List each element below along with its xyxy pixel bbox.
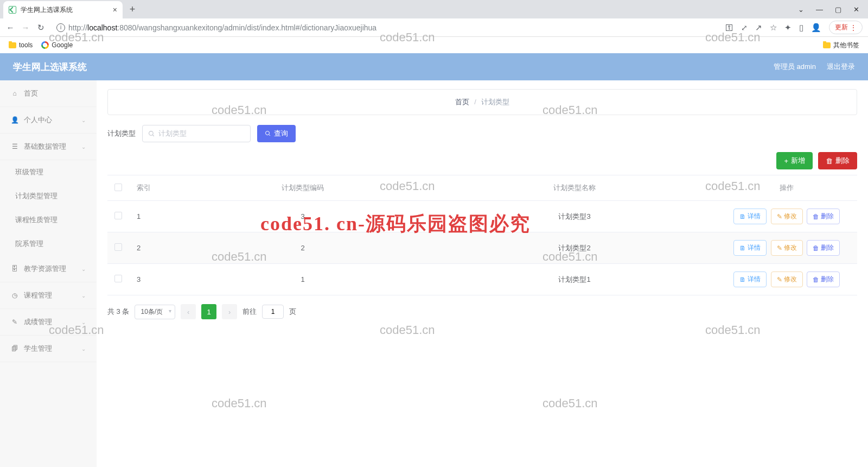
- sidebar-sub-coursetype[interactable]: 课程性质管理: [0, 208, 97, 232]
- filter-placeholder: 计划类型: [158, 129, 187, 138]
- main-content: 首页 / 计划类型 计划类型 计划类型 查询 +新增 🗑删除 索引: [97, 80, 868, 467]
- page-prev[interactable]: ‹: [181, 304, 196, 319]
- browser-chrome: 学生网上选课系统 × + ⌄ — ▢ ✕ ← → ↻ i http://loca…: [0, 0, 868, 53]
- page-size-select[interactable]: 10条/页: [135, 305, 175, 319]
- page-next[interactable]: ›: [222, 304, 237, 319]
- address-bar: ← → ↻ i http://localhost:8080/wangshangx…: [0, 18, 868, 37]
- bookmark-other[interactable]: 其他书签: [823, 41, 859, 50]
- svg-line-1: [152, 135, 154, 136]
- svg-point-2: [266, 131, 270, 135]
- col-index: 索引: [129, 175, 173, 201]
- tab-close-icon[interactable]: ×: [113, 5, 117, 14]
- row-delete-button[interactable]: 🗑删除: [807, 209, 840, 224]
- sidebar-item-basedata[interactable]: ☰基础数据管理⌄: [0, 134, 97, 160]
- cell-code: 2: [173, 232, 433, 264]
- window-dropdown-icon[interactable]: ⌄: [798, 5, 804, 14]
- logout-link[interactable]: 退出登录: [827, 62, 855, 72]
- trash-icon: 🗑: [813, 276, 819, 283]
- search-button[interactable]: 查询: [257, 125, 296, 142]
- page-number[interactable]: 1: [201, 304, 216, 319]
- bookmark-google[interactable]: Google: [41, 41, 73, 49]
- nav-reload-icon[interactable]: ↻: [36, 23, 46, 33]
- search-icon: [265, 130, 271, 137]
- window-maximize-icon[interactable]: ▢: [835, 5, 841, 14]
- window-close-icon[interactable]: ✕: [853, 5, 859, 14]
- cell-code: 3: [173, 201, 433, 232]
- row-checkbox[interactable]: [114, 275, 122, 282]
- chevron-down-icon: ⌄: [81, 117, 86, 123]
- browser-tab[interactable]: 学生网上选课系统 ×: [3, 1, 123, 18]
- new-tab-button[interactable]: +: [125, 2, 140, 17]
- row-edit-button[interactable]: ✎修改: [771, 240, 803, 256]
- row-delete-button[interactable]: 🗑删除: [807, 272, 840, 287]
- cell-ops: 🗎详情 ✎修改 🗑删除: [716, 232, 857, 264]
- trash-icon: 🗑: [813, 213, 819, 220]
- row-detail-button[interactable]: 🗎详情: [733, 272, 767, 287]
- current-user[interactable]: 管理员 admin: [774, 62, 816, 72]
- select-all-checkbox[interactable]: [114, 184, 122, 191]
- breadcrumb: 首页 / 计划类型: [107, 89, 857, 115]
- doc-icon: 🗎: [739, 244, 746, 252]
- doc-icon: 🗎: [739, 213, 746, 220]
- sidebar-item-grade[interactable]: ✎成绩管理⌄: [0, 309, 97, 336]
- row-edit-button[interactable]: ✎修改: [771, 272, 803, 287]
- row-detail-button[interactable]: 🗎详情: [733, 209, 767, 224]
- breadcrumb-home[interactable]: 首页: [455, 98, 469, 106]
- breadcrumb-current: 计划类型: [481, 98, 509, 106]
- nav-back-icon[interactable]: ←: [5, 23, 15, 32]
- url-text: http://localhost:8080/wangshangxuankexit…: [68, 23, 376, 32]
- svg-point-0: [149, 131, 154, 135]
- folder-icon: [823, 42, 831, 48]
- app-header: 学生网上选课系统 管理员 admin 退出登录: [0, 53, 868, 80]
- home-icon: ⌂: [11, 90, 18, 97]
- extensions-icon[interactable]: ✦: [784, 23, 792, 33]
- edit-icon: ✎: [777, 276, 782, 283]
- sidebar-sub-plantype[interactable]: 计划类型管理: [0, 184, 97, 208]
- sidebar-sub-department[interactable]: 院系管理: [0, 232, 97, 256]
- row-edit-button[interactable]: ✎修改: [771, 209, 803, 224]
- site-info-icon[interactable]: i: [56, 23, 65, 32]
- doc-icon: 🗎: [739, 276, 746, 283]
- bookmark-tools[interactable]: tools: [9, 41, 33, 49]
- row-checkbox[interactable]: [114, 212, 122, 219]
- briefcase-icon: 🗄: [11, 265, 18, 273]
- delete-button[interactable]: 🗑删除: [818, 152, 857, 169]
- sidebar-item-student[interactable]: 🗐学生管理⌄: [0, 336, 97, 362]
- url-input[interactable]: i http://localhost:8080/wangshangxuankex…: [51, 21, 720, 35]
- sidepanel-icon[interactable]: ▯: [799, 23, 803, 33]
- filter-input[interactable]: 计划类型: [142, 125, 251, 142]
- chevron-down-icon: ⌄: [81, 144, 86, 150]
- breadcrumb-sep: /: [474, 98, 476, 106]
- chevron-down-icon: ⌄: [81, 346, 86, 352]
- chevron-down-icon: ⌄: [81, 319, 86, 325]
- update-button[interactable]: 更新 ⋮: [829, 21, 863, 34]
- profile-avatar-icon[interactable]: 👤: [811, 23, 821, 33]
- goto-input[interactable]: [262, 305, 284, 319]
- sidebar-item-course[interactable]: ◷课程管理⌄: [0, 282, 97, 309]
- share-icon[interactable]: ↗: [755, 23, 762, 33]
- nav-forward-icon[interactable]: →: [21, 23, 30, 32]
- key-icon[interactable]: ⚿: [725, 23, 733, 32]
- cell-index: 2: [129, 232, 173, 264]
- row-delete-button[interactable]: 🗑删除: [807, 240, 840, 256]
- app-brand: 学生网上选课系统: [13, 61, 87, 73]
- sidebar-sub-class[interactable]: 班级管理: [0, 160, 97, 184]
- svg-line-3: [269, 135, 271, 136]
- sidebar: ⌂首页 👤个人中心⌄ ☰基础数据管理⌄ 班级管理 计划类型管理 课程性质管理 院…: [0, 80, 97, 467]
- row-detail-button[interactable]: 🗎详情: [733, 240, 767, 256]
- row-checkbox[interactable]: [114, 243, 122, 251]
- chevron-down-icon: ⌄: [81, 293, 86, 299]
- translate-icon[interactable]: ⤢: [741, 23, 748, 32]
- pagination: 共 3 条 10条/页 ‹ 1 › 前往 页: [107, 304, 857, 319]
- edit-icon: ✎: [777, 213, 782, 220]
- google-icon: [41, 41, 49, 49]
- cell-index: 1: [129, 201, 173, 232]
- goto-suffix: 页: [289, 307, 296, 317]
- chevron-down-icon: ⌄: [81, 266, 86, 272]
- sidebar-item-home[interactable]: ⌂首页: [0, 80, 97, 107]
- add-button[interactable]: +新增: [776, 152, 813, 169]
- bookmark-star-icon[interactable]: ☆: [770, 23, 777, 33]
- sidebar-item-profile[interactable]: 👤个人中心⌄: [0, 107, 97, 134]
- sidebar-item-teachres[interactable]: 🗄教学资源管理⌄: [0, 256, 97, 282]
- window-minimize-icon[interactable]: —: [816, 5, 823, 14]
